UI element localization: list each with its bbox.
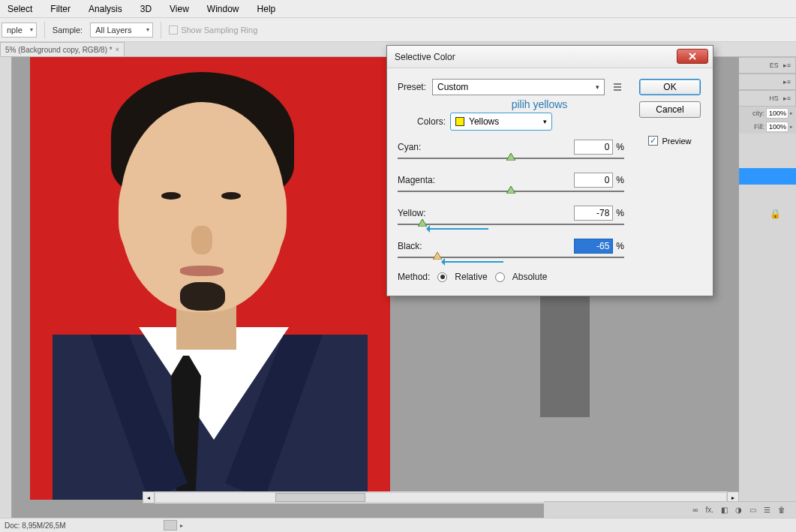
panel-tab-es[interactable]: ES▸≡ <box>739 57 796 74</box>
chevron-right-icon[interactable]: ▸ <box>790 110 793 116</box>
color-swatch-icon <box>455 117 464 126</box>
absolute-radio[interactable] <box>495 272 505 282</box>
relative-radio[interactable] <box>437 272 447 282</box>
checkbox-box <box>648 136 658 146</box>
cyan-slider: Cyan: % <box>398 140 624 159</box>
dialog-titlebar[interactable]: Selective Color <box>387 46 713 68</box>
new-layer-icon[interactable]: ☰ <box>764 506 770 514</box>
cancel-button[interactable]: Cancel <box>639 101 701 118</box>
show-sampling-ring-checkbox[interactable]: Show Sampling Ring <box>169 26 257 35</box>
dialog-left-column: Preset: Custom pilih yellows Colors: Yel… <box>398 79 624 282</box>
preset-row: Preset: Custom <box>398 79 624 95</box>
scroll-thumb[interactable] <box>275 493 365 502</box>
sample-dropdown[interactable]: All Layers <box>90 23 153 38</box>
doc-size-label: Doc: 8,95M/26,5M <box>5 521 66 530</box>
panel-tab-hs[interactable]: HS▸≡ <box>739 90 796 107</box>
scroll-left-button[interactable]: ◂ <box>143 491 155 503</box>
adjustment-icon[interactable]: ◑ <box>735 506 742 514</box>
trash-icon[interactable]: 🗑 <box>778 506 785 514</box>
colors-label: Colors: <box>417 116 446 127</box>
preset-menu-button[interactable] <box>611 80 624 94</box>
fill-label: Fill: <box>754 123 764 131</box>
menu-filter[interactable]: Filter <box>50 4 71 14</box>
colors-value: Yellows <box>469 116 499 127</box>
mask-icon[interactable]: ◧ <box>721 506 728 514</box>
chevron-right-icon[interactable]: ▸ <box>790 124 793 130</box>
black-track[interactable] <box>398 257 624 258</box>
black-slider: Black: % <box>398 239 624 258</box>
document-image[interactable] <box>30 57 390 500</box>
menu-analysis[interactable]: Analysis <box>89 4 122 14</box>
annotation-text: pilih yellows <box>455 98 624 110</box>
fill-input[interactable] <box>766 122 788 132</box>
magenta-input[interactable] <box>574 173 613 188</box>
checkbox-box <box>169 26 178 35</box>
preview-checkbox[interactable]: Preview <box>648 136 691 146</box>
annotation-arrow <box>428 228 488 230</box>
selected-layer-row[interactable] <box>739 168 796 185</box>
opacity-row: city: ▸ <box>739 107 796 120</box>
portrait-photo <box>30 57 390 500</box>
cyan-input[interactable] <box>574 140 613 155</box>
close-icon <box>688 52 697 61</box>
close-icon[interactable]: × <box>116 46 119 53</box>
fx-icon[interactable]: fx. <box>705 506 713 514</box>
preview-label: Preview <box>662 137 691 146</box>
document-tab[interactable]: 5% (Background copy, RGB/8) * × <box>0 42 125 56</box>
sample-mode-dropdown[interactable]: nple <box>2 23 37 38</box>
separator <box>161 22 161 38</box>
cyan-track[interactable] <box>398 158 624 159</box>
yellow-slider: Yellow: % <box>398 206 624 225</box>
percent-label: % <box>616 142 624 152</box>
annotation-arrow <box>443 261 503 263</box>
layers-panel[interactable]: 🔒 ∞ fx. ◧ ◑ ▭ ☰ 🗑 <box>739 134 796 518</box>
yellow-input[interactable] <box>574 206 613 221</box>
folder-icon[interactable]: ▭ <box>749 506 756 514</box>
percent-label: % <box>616 241 624 251</box>
separator <box>44 22 45 38</box>
colors-row: Colors: Yellows <box>398 113 624 131</box>
layers-bottom-toolbar: ∞ fx. ◧ ◑ ▭ ☰ 🗑 <box>544 501 796 518</box>
percent-label: % <box>616 208 624 218</box>
black-label: Black: <box>398 241 422 251</box>
absolute-label: Absolute <box>512 272 548 282</box>
method-row: Method: Relative Absolute <box>398 272 624 282</box>
colors-dropdown[interactable]: Yellows <box>450 113 552 131</box>
status-grip[interactable] <box>164 520 177 530</box>
menu-window[interactable]: Window <box>207 4 239 14</box>
dialog-right-column: OK Cancel Preview <box>638 79 702 282</box>
percent-label: % <box>616 175 624 185</box>
menu-view[interactable]: View <box>170 4 189 14</box>
options-bar: nple Sample: All Layers Show Sampling Ri… <box>0 18 796 42</box>
opacity-label: city: <box>752 110 764 117</box>
magenta-slider: Magenta: % <box>398 173 624 192</box>
panel-tab-blank[interactable]: ▸≡ <box>739 74 796 90</box>
ruler-vertical <box>0 57 12 518</box>
opacity-input[interactable] <box>766 108 788 119</box>
sample-label: Sample: <box>53 26 83 35</box>
document-tab-label: 5% (Background copy, RGB/8) * <box>5 46 113 54</box>
menu-icon <box>612 82 623 92</box>
slider-handle[interactable] <box>506 186 515 194</box>
yellow-track[interactable] <box>398 224 624 225</box>
menu-help[interactable]: Help <box>257 4 276 14</box>
chevron-right-icon[interactable]: ▸ <box>180 522 183 529</box>
preset-dropdown[interactable]: Custom <box>432 79 605 95</box>
right-panel-dock: ES▸≡ ▸≡ HS▸≡ city: ▸ Fill: ▸ 🔒 ∞ fx. ◧ ◑… <box>739 57 796 518</box>
yellow-label: Yellow: <box>398 208 426 218</box>
preset-label: Preset: <box>398 82 426 92</box>
menu-3d[interactable]: 3D <box>140 4 152 14</box>
dialog-body: Preset: Custom pilih yellows Colors: Yel… <box>387 68 713 296</box>
close-button[interactable] <box>677 49 708 64</box>
menu-select[interactable]: Select <box>8 4 32 14</box>
link-icon[interactable]: ∞ <box>692 506 698 514</box>
black-input[interactable] <box>574 239 613 254</box>
slider-handle[interactable] <box>506 153 515 161</box>
ok-button[interactable]: OK <box>639 79 701 95</box>
cyan-label: Cyan: <box>398 142 421 152</box>
magenta-track[interactable] <box>398 191 624 192</box>
fill-row: Fill: ▸ <box>739 120 796 134</box>
selective-color-dialog: Selective Color Preset: Custom pilih yel… <box>386 45 713 296</box>
lock-icon: 🔒 <box>770 209 781 219</box>
relative-label: Relative <box>455 272 487 282</box>
